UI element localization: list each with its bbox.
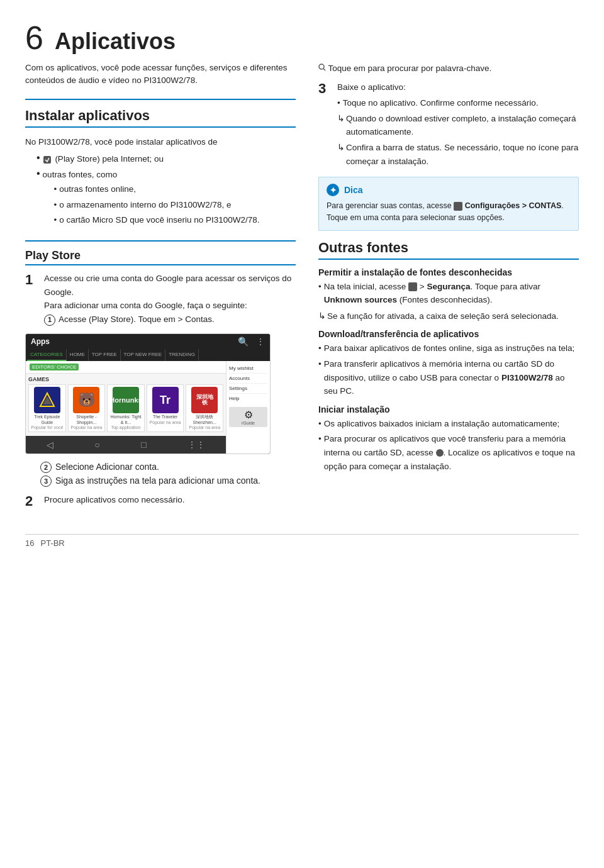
playstore-section-title: Play Store <box>25 249 296 265</box>
outras-fontes-title: Outras fontes <box>318 240 579 260</box>
sidebar-help: Help <box>229 394 267 403</box>
section-rule-playstore <box>25 240 296 242</box>
game-popularity-4: Popular na area <box>150 420 181 425</box>
step-procure-num: 2 <box>25 493 39 509</box>
left-column: Com os aplicativos, você pode acessar fu… <box>25 62 296 515</box>
ps-games-row: Trek Episode Guide Popular for você 🐻 Sh… <box>28 384 223 432</box>
game-popularity-1: Popular for você <box>31 425 63 430</box>
outras-b3b: Para procurar os aplicativos que você tr… <box>324 432 579 473</box>
tab-home[interactable]: HOME <box>67 349 89 361</box>
ps-menu-icon: ⋮ <box>256 337 265 347</box>
game-icon-3: Hornunks <box>113 387 139 413</box>
circle-3: 3 <box>40 476 52 487</box>
sidebar-wishlist: My wishlist <box>229 364 267 374</box>
baixe-b1: Toque no aplicativo. Confirme conforme n… <box>343 96 539 110</box>
apps-icon: ⋮⋮ <box>187 440 205 450</box>
step-1-sub2-text: Selecione Adicionar conta. <box>55 462 159 472</box>
heading-iniciar-instalacao: Iniciar instalação <box>318 404 579 415</box>
game-icon-2: 🐻 <box>73 387 99 413</box>
install-bullet1: (Play Store) pela Internet; ou <box>43 152 164 166</box>
outras-fontes-section: Outras fontes Permitir a instalação de f… <box>318 240 579 474</box>
ps-apps-label: Apps <box>31 337 50 346</box>
baixe-b3: Confira a barra de status. Se necessário… <box>337 141 579 168</box>
chapter-header: 6 Aplicativos <box>25 19 579 57</box>
outras-b1b: Se a função for ativada, a caixa de sele… <box>318 309 579 323</box>
chapter-number: 6 <box>25 19 43 57</box>
game-icon-1 <box>34 387 60 413</box>
game-icon-4: Tr <box>152 387 179 413</box>
circle-2: 2 <box>40 462 52 473</box>
game-name-3: Hornunks: Tight & It... <box>109 415 142 425</box>
bullet-icon-1: • <box>36 153 40 163</box>
tab-topnewfree[interactable]: TOP NEW FREE <box>121 349 166 361</box>
ps-nav-tabs: CATEGORIES HOME TOP FREE TOP NEW FREE TR… <box>26 349 270 361</box>
install-bullet2b: outras fontes online, <box>59 182 136 196</box>
outras-b1: Na tela inicial, acesse > Segurança. Toq… <box>324 280 579 307</box>
heading-fontes-desconhecidas: Permitir a instalação de fontes desconhe… <box>318 267 579 277</box>
outras-b3a: Os aplicativos baixados iniciam a instal… <box>324 417 559 431</box>
step-1: 1 Acesse ou crie uma conta do Google par… <box>25 272 296 326</box>
editors-choice-label: EDITORS' CHOICE <box>30 364 79 370</box>
step-1-sub3: 3 Siga as instruções na tela para adicio… <box>40 476 296 487</box>
game-card-5: 深圳地铁 深圳地铁 Shenzhen... Popular na area <box>186 384 223 432</box>
dica-box: ✦ Dica Para gerenciar suas contas, acess… <box>318 177 579 231</box>
step-1-sub3-text: Siga as instruções na tela para adiciona… <box>55 476 260 486</box>
ps-editors-choice-bar: EDITORS' CHOICE <box>26 361 226 374</box>
step-1-sub1: 1 Acesse (Play Store). Toque em > Contas… <box>44 314 215 324</box>
step-1-sub: Para adicionar uma conta do Google, faça… <box>44 301 247 310</box>
tab-categories[interactable]: CATEGORIES <box>27 349 67 361</box>
game-name-2: Shopette - Shoppin... <box>70 415 103 425</box>
step-procure-sub-text: Toque em para procurar por palavra-chave… <box>328 64 492 73</box>
dica-header: ✦ Dica <box>327 184 571 196</box>
playstore-screenshot: Apps 🔍 ⋮ CATEGORIES HOME TOP FREE TOP NE… <box>25 333 271 454</box>
sidebar-rguide: ⚙ rGuide <box>229 407 267 427</box>
sidebar-settings: Settings <box>229 384 267 394</box>
step-baixe-content: Baixe o aplicativo: • Toque no aplicativ… <box>337 81 579 169</box>
game-card-3: Hornunks Hornunks: Tight & It... Top app… <box>107 384 145 432</box>
sidebar-accounts: Accounts <box>229 374 267 384</box>
home-icon: ○ <box>94 440 99 450</box>
step-baixe: 3 Baixe o aplicativo: • Toque no aplicat… <box>318 81 579 169</box>
page-number: 16 <box>25 538 34 548</box>
settings-icon <box>454 202 462 211</box>
ps-main-content: EDITORS' CHOICE GAMES Trek Episode Guide <box>26 361 226 453</box>
install-section-title: Instalar aplicativos <box>25 108 296 128</box>
dica-title: Dica <box>344 185 363 195</box>
step-1-content: Acesse ou crie uma conta do Google para … <box>44 272 296 326</box>
chapter-title: Aplicativos <box>55 28 176 55</box>
game-popularity-3: Top application <box>111 425 141 430</box>
dica-star-icon: ✦ <box>327 184 339 196</box>
step-procure-text: Procure aplicativos como necessário. <box>44 495 185 504</box>
step-1-sub2: 2 Selecione Adicionar conta. <box>40 462 296 473</box>
tab-trending[interactable]: TRENDING <box>165 349 199 361</box>
step-1-number: 1 <box>25 272 39 326</box>
ps-body-area: EDITORS' CHOICE GAMES Trek Episode Guide <box>26 361 270 453</box>
step-baixe-num: 3 <box>318 81 332 169</box>
language-code: PT-BR <box>40 538 64 548</box>
game-name-4: The Traveler <box>153 415 177 420</box>
game-popularity-5: Popular na area <box>189 425 220 430</box>
install-bullet2c: o armazenamento interno do PI3100W2/78, … <box>59 198 231 212</box>
right-column: Toque em para procurar por palavra-chave… <box>318 62 579 515</box>
svg-rect-0 <box>43 156 51 164</box>
games-label: GAMES <box>28 376 223 382</box>
tab-topfree[interactable]: TOP FREE <box>89 349 121 361</box>
game-card-1: Trek Episode Guide Popular for você <box>28 384 66 432</box>
svg-line-4 <box>323 69 325 70</box>
step-baixe-text: Baixe o aplicativo: <box>337 82 406 92</box>
ps-top-bar: Apps 🔍 ⋮ <box>26 334 270 349</box>
heading-download-transferencia: Download/transferência de aplicativos <box>318 329 579 339</box>
install-bullet2: outras fontes, como <box>43 170 118 179</box>
svg-point-3 <box>319 64 324 69</box>
game-icon-5: 深圳地铁 <box>191 387 218 413</box>
ps-games-section: GAMES Trek Episode Guide Popular for voc… <box>26 374 226 432</box>
circle-1: 1 <box>44 314 55 326</box>
game-name-1: Trek Episode Guide <box>31 415 64 425</box>
step-procure-sub: Toque em para procurar por palavra-chave… <box>318 62 579 75</box>
install-bullet2d: o cartão Micro SD que você inseriu no PI… <box>59 213 259 227</box>
outras-b2b: Para transferir aplicativos à memória in… <box>324 357 579 398</box>
bullet-icon-2: • <box>36 169 40 179</box>
install-body: No PI3100W2/78, você pode instalar aplic… <box>25 135 296 230</box>
back-icon: ◁ <box>47 440 53 450</box>
game-popularity-2: Popular na area <box>70 425 102 430</box>
